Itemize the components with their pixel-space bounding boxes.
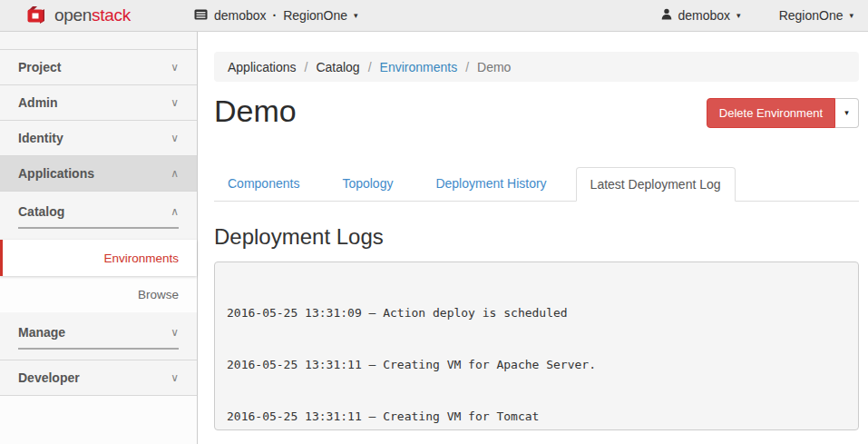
log-text: 2016-05-25 13:31:11 — Creating VM for To… [227,409,539,423]
sidebar-item-label: Admin [18,95,58,110]
context-separator: · [273,8,278,23]
sidebar-group-manage[interactable]: Manage ∨ [0,312,197,360]
brand-wordmark: openstack [54,5,131,25]
openstack-dashboard: openstack demobox · RegionOne ▾ [0,0,868,444]
breadcrumb-item-applications: Applications [228,60,297,74]
sidebar-item-environments[interactable]: Environments [0,240,197,276]
delete-dropdown-toggle[interactable]: ▾ [835,98,859,128]
context-region-name: RegionOne [283,8,347,23]
breadcrumb-item-demo: Demo [477,60,511,74]
region-menu-label: RegionOne [779,8,844,23]
sidebar-item-label: Project [18,60,61,74]
top-navbar: openstack demobox · RegionOne ▾ [0,0,868,32]
sidebar-item-label: Browse [138,288,179,301]
sidebar-item-browse[interactable]: Browse [0,276,197,312]
delete-environment-button[interactable]: Delete Environment [707,98,835,128]
breadcrumb-separator: / [360,60,380,74]
breadcrumb-separator: / [297,60,317,74]
main-layout: Project ∨ Admin ∨ Identity ∨ Application… [0,32,868,444]
tab-bar: Components Topology Deployment History L… [214,167,859,202]
sidebar-item-label: Developer [18,370,80,385]
chevron-down-icon: ∨ [171,371,179,384]
content-area: Applications / Catalog / Environments / … [198,32,868,444]
group-underline [18,227,179,229]
project-region-switcher[interactable]: demobox · RegionOne ▾ [194,8,358,23]
breadcrumb-item-catalog: Catalog [316,60,359,74]
context-project-name: demobox [214,8,267,23]
breadcrumb: Applications / Catalog / Environments / … [214,52,859,82]
sidebar-item-project[interactable]: Project ∨ [0,50,197,85]
openstack-logo[interactable]: openstack [25,4,131,27]
deployment-log-output: 2016-05-25 13:31:09 — Action deploy is s… [214,261,859,430]
log-text: 2016-05-25 13:31:09 — Action deploy is s… [227,306,568,320]
log-text: 2016-05-25 13:31:11 — Creating VM for Ap… [227,358,596,371]
chevron-down-icon: ∨ [171,326,179,339]
chevron-up-icon: ∧ [171,167,179,180]
sidebar-item-developer[interactable]: Developer ∨ [0,360,197,396]
caret-down-icon: ▾ [736,12,741,20]
chevron-down-icon: ∨ [171,132,179,144]
delete-button-group: Delete Environment ▾ [707,98,859,128]
page-header: Demo Delete Environment ▾ [214,93,859,143]
sidebar-item-admin[interactable]: Admin ∨ [0,85,197,121]
tab-deployment-history[interactable]: Deployment History [422,167,560,202]
sidebar-group-catalog[interactable]: Catalog ∧ [0,192,197,240]
sidebar-group-label: Catalog [18,204,64,219]
sidebar-top-strip [0,32,197,50]
user-menu-label: demobox [678,8,731,23]
log-line: 2016-05-25 13:31:11 — Creating VM for To… [227,408,846,425]
sidebar-item-label: Environments [103,252,179,265]
log-line: 2016-05-25 13:31:11 — Creating VM for Ap… [227,356,846,373]
navbar-right: demobox ▾ RegionOne ▾ [661,8,853,23]
user-menu[interactable]: demobox ▾ [661,8,741,23]
chevron-up-icon: ∧ [171,205,179,218]
tab-latest-deployment-log[interactable]: Latest Deployment Log [576,167,736,202]
user-icon [661,8,672,23]
project-window-icon [194,8,208,23]
caret-down-icon: ▾ [844,109,849,117]
deployment-logs-heading: Deployment Logs [214,224,859,250]
page-title: Demo [214,93,297,130]
sidebar-item-label: Identity [18,131,63,145]
breadcrumb-item-environments[interactable]: Environments [380,60,458,74]
chevron-down-icon: ∨ [171,96,179,109]
sidebar-group-label: Manage [18,325,65,340]
caret-down-icon: ▾ [354,12,358,20]
log-line: 2016-05-25 13:31:09 — Action deploy is s… [227,304,846,321]
tab-topology[interactable]: Topology [328,167,406,202]
region-menu[interactable]: RegionOne ▾ [779,8,853,23]
caret-down-icon: ▾ [849,12,853,20]
chevron-down-icon: ∨ [171,61,179,74]
sidebar-item-label: Applications [18,166,94,181]
tab-components[interactable]: Components [214,167,313,202]
sidebar-item-identity[interactable]: Identity ∨ [0,121,197,156]
sidebar: Project ∨ Admin ∨ Identity ∨ Application… [0,32,198,444]
breadcrumb-separator: / [457,60,477,74]
group-underline [18,348,179,350]
openstack-logo-icon [25,4,48,27]
sidebar-item-applications[interactable]: Applications ∧ [0,156,197,192]
